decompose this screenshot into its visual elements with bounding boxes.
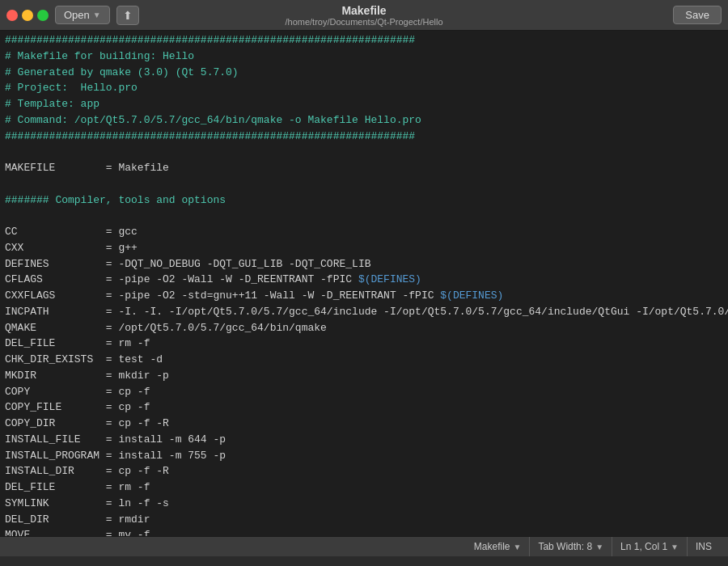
tabwidth-label: Tab Width: 8 xyxy=(538,541,592,552)
titlebar-center: Makefile /home/troy/Documents/Qt-Progect… xyxy=(285,4,442,27)
insert-status: INS xyxy=(688,537,720,556)
upload-button[interactable]: ⬆ xyxy=(116,6,139,25)
position-label: Ln 1, Col 1 xyxy=(620,541,667,552)
title-filename: Makefile xyxy=(285,4,442,17)
editor-area[interactable]: ########################################… xyxy=(0,31,728,536)
open-label: Open xyxy=(64,9,90,21)
close-button[interactable] xyxy=(6,10,18,21)
tabwidth-status[interactable]: Tab Width: 8 ▼ xyxy=(530,537,612,556)
titlebar: Open ▼ ⬆ Makefile /home/troy/Documents/Q… xyxy=(0,0,728,31)
statusbar: Makefile ▼ Tab Width: 8 ▼ Ln 1, Col 1 ▼ … xyxy=(0,536,728,556)
filetype-arrow-icon: ▼ xyxy=(514,543,522,551)
chevron-down-icon: ▼ xyxy=(93,11,101,19)
window-buttons xyxy=(6,10,49,21)
minimize-button[interactable] xyxy=(22,10,33,21)
titlebar-left: Open ▼ ⬆ xyxy=(6,6,139,25)
filetype-status[interactable]: Makefile ▼ xyxy=(466,537,531,556)
title-path: /home/troy/Documents/Qt-Progect/Hello xyxy=(285,17,442,27)
save-button[interactable]: Save xyxy=(673,6,722,24)
maximize-button[interactable] xyxy=(37,10,49,21)
editor-content: ########################################… xyxy=(5,32,723,536)
open-button[interactable]: Open ▼ xyxy=(55,6,110,24)
position-arrow-icon: ▼ xyxy=(671,543,679,551)
tabwidth-arrow-icon: ▼ xyxy=(595,543,603,551)
position-status[interactable]: Ln 1, Col 1 ▼ xyxy=(612,537,688,556)
filetype-label: Makefile xyxy=(474,541,510,552)
